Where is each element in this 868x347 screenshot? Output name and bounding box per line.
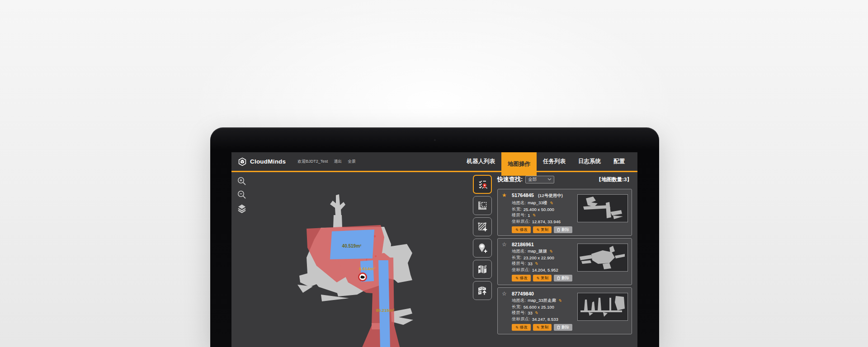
- modify-button[interactable]: ✎修改: [512, 324, 531, 331]
- map-toolbar: [473, 175, 492, 300]
- field-value: 56.600 x 25.100: [524, 305, 554, 309]
- layers-button[interactable]: [236, 203, 247, 214]
- robot-position-marker: [359, 273, 367, 281]
- area-label-1: 40.519m²: [342, 244, 362, 249]
- map-list-panel: 快速查找: 全部 【地图数量:3】 ★ 51764845 (12号使用中) 地图: [497, 175, 632, 337]
- modify-button[interactable]: ✎修改: [512, 226, 531, 233]
- field-value: 12.874, 33.946: [532, 219, 561, 224]
- chevron-down-icon: [547, 178, 552, 181]
- cloudminds-hexagon-cube-icon: [238, 157, 247, 166]
- map-id-suffix: (12号使用中): [538, 193, 563, 199]
- brand-name: CloudMinds: [250, 158, 286, 165]
- field-value: 1: [528, 213, 530, 218]
- field-label: 楼层号:: [512, 310, 526, 316]
- edit-pencil-icon[interactable]: ✎: [534, 311, 538, 315]
- trash-icon: [557, 228, 560, 232]
- field-value: map_33层走廊: [528, 298, 556, 304]
- brand-logo: CloudMinds: [238, 157, 286, 166]
- welcome-text: 欢迎BJDT2_Test: [297, 159, 328, 164]
- measure-area-button[interactable]: [473, 196, 492, 215]
- field-label: 坐标原点:: [512, 267, 530, 273]
- field-value: 14.204, 5.952: [532, 267, 558, 272]
- scene-link[interactable]: 全景: [348, 159, 356, 164]
- add-poi-button[interactable]: [473, 239, 492, 258]
- edit-pencil-icon[interactable]: ✎: [532, 213, 535, 218]
- map-canvas[interactable]: 40.519m² 8.614m² 80.215m²: [294, 190, 443, 347]
- quick-find-select[interactable]: 全部: [525, 176, 554, 183]
- edit-pencil-icon[interactable]: ✎: [549, 201, 553, 206]
- delete-map-element-icon: [476, 263, 488, 275]
- map-count-label: 【地图数量:3】: [596, 176, 632, 183]
- area-label-3: 80.215m²: [376, 308, 395, 313]
- map-thumbnail[interactable]: [577, 244, 628, 272]
- copy-button[interactable]: ✎复制: [533, 275, 552, 281]
- add-region-button[interactable]: [473, 217, 492, 236]
- map-thumbnail[interactable]: [577, 194, 628, 222]
- edit-pencil-icon[interactable]: ✎: [549, 249, 552, 254]
- map-card: ★ 51764845 (12号使用中) 地图名:map_33楼✎ 长宽:25.4…: [497, 189, 632, 236]
- copy-button[interactable]: ✎复制: [533, 324, 552, 331]
- logout-link[interactable]: 退出: [334, 159, 342, 164]
- field-value: 33: [528, 261, 533, 266]
- map-card: ☆ 87749840 地图名:map_33层走廊✎ 长宽:56.600 x 25…: [497, 287, 632, 334]
- field-value: map_腿腿: [528, 249, 547, 254]
- map-zoom-controls: [236, 176, 247, 214]
- add-poi-icon: [476, 242, 488, 254]
- field-label: 长宽:: [512, 206, 522, 212]
- map-thumbnail[interactable]: [577, 293, 628, 321]
- field-value: 25.400 x 50.000: [524, 207, 554, 212]
- field-value: 23.200 x 22.900: [524, 255, 554, 260]
- map-annotation-list-button[interactable]: [473, 175, 492, 194]
- tab-settings[interactable]: 配置: [607, 152, 631, 171]
- favorite-star-icon[interactable]: ☆: [502, 242, 508, 247]
- field-label: 楼层号:: [512, 261, 526, 267]
- edit-pencil-icon: ✎: [536, 276, 540, 281]
- upload-map-button[interactable]: [473, 281, 492, 300]
- monitor-bezel: CloudMinds 欢迎BJDT2_Test 退出 全景 机器人列表 地图操作…: [210, 127, 659, 347]
- favorite-star-icon[interactable]: ★: [502, 192, 508, 198]
- app-screen: CloudMinds 欢迎BJDT2_Test 退出 全景 机器人列表 地图操作…: [231, 152, 637, 347]
- zoom-in-icon: [237, 176, 247, 186]
- field-value: 34.247, 8.533: [532, 317, 558, 322]
- edit-pencil-icon: ✎: [536, 325, 540, 330]
- quick-find-label: 快速查找:: [497, 175, 523, 183]
- zoom-in-button[interactable]: [236, 176, 247, 187]
- tab-log-system[interactable]: 日志系统: [572, 152, 607, 171]
- favorite-star-icon[interactable]: ☆: [502, 291, 508, 296]
- delete-button[interactable]: 删除: [554, 324, 572, 331]
- zoom-out-button[interactable]: [236, 189, 247, 200]
- edit-pencil-icon: ✎: [515, 325, 519, 330]
- tab-robot-list[interactable]: 机器人列表: [461, 152, 502, 171]
- app-header: CloudMinds 欢迎BJDT2_Test 退出 全景 机器人列表 地图操作…: [231, 152, 637, 172]
- modify-button[interactable]: ✎修改: [512, 275, 531, 281]
- upload-map-icon: [476, 285, 488, 296]
- edit-pencil-icon[interactable]: ✎: [558, 299, 561, 303]
- trash-icon: [557, 325, 560, 329]
- map-card: ☆ 82186961 地图名:map_腿腿✎ 长宽:23.200 x 22.90…: [497, 238, 632, 285]
- copy-button[interactable]: ✎复制: [533, 226, 552, 233]
- field-value: map_33楼: [528, 200, 547, 206]
- field-label: 地图名:: [512, 200, 526, 206]
- edit-pencil-icon[interactable]: ✎: [534, 262, 538, 266]
- field-label: 地图名:: [512, 298, 526, 304]
- main-nav: 机器人列表 地图操作 任务列表 日志系统 配置: [461, 152, 632, 171]
- field-value: 33: [528, 310, 533, 315]
- map-id: 51764845: [512, 192, 534, 198]
- map-id: 82186961: [512, 242, 534, 247]
- trash-icon: [557, 276, 560, 280]
- field-label: 地图名:: [512, 249, 526, 254]
- tab-task-list[interactable]: 任务列表: [537, 152, 572, 171]
- map-id: 87749840: [512, 291, 534, 296]
- delete-button[interactable]: 删除: [554, 226, 572, 233]
- delete-button[interactable]: 删除: [554, 275, 572, 281]
- delete-map-element-button[interactable]: [473, 260, 492, 279]
- edit-pencil-icon: ✎: [515, 276, 519, 281]
- field-label: 坐标原点:: [512, 219, 530, 225]
- layers-icon: [237, 203, 247, 213]
- webcam-dot: [434, 139, 436, 141]
- quick-find-value: 全部: [528, 177, 537, 183]
- annotation-list-icon: [476, 178, 488, 190]
- zoom-out-icon: [237, 190, 247, 200]
- field-label: 楼层号:: [512, 212, 526, 218]
- tab-map-operation[interactable]: 地图操作: [501, 152, 537, 176]
